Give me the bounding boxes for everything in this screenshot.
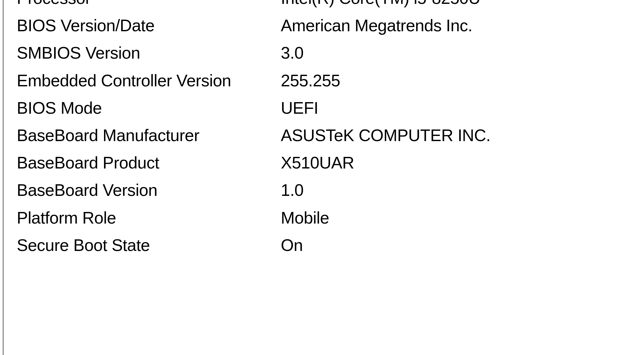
- row-label-smbios-version: SMBIOS Version: [17, 43, 281, 62]
- system-info-panel: Processor Intel(R) Core(TM) i5-8250U BIO…: [0, 0, 644, 355]
- row-label-baseboard-manufacturer: BaseBoard Manufacturer: [17, 126, 281, 145]
- table-row: BaseBoard Version 1.0: [17, 180, 644, 208]
- panel-left-border: [3, 0, 4, 355]
- row-value-embedded-controller-version: 255.255: [281, 71, 340, 90]
- row-label-bios-version-date: BIOS Version/Date: [17, 16, 281, 35]
- row-value-bios-version-date: American Megatrends Inc.: [281, 16, 472, 35]
- row-value-baseboard-version: 1.0: [281, 180, 304, 200]
- table-row: BIOS Version/Date American Megatrends In…: [17, 16, 644, 43]
- table-row: BaseBoard Product X510UAR: [17, 153, 644, 180]
- row-label-baseboard-version: BaseBoard Version: [17, 180, 281, 200]
- table-row: Embedded Controller Version 255.255: [17, 71, 644, 98]
- row-label-platform-role: Platform Role: [17, 208, 281, 227]
- row-value-secure-boot-state: On: [281, 235, 303, 255]
- table-row: Processor Intel(R) Core(TM) i5-8250U: [17, 0, 644, 16]
- row-value-bios-mode: UEFI: [281, 98, 318, 118]
- row-label-secure-boot-state: Secure Boot State: [17, 235, 281, 255]
- row-label-bios-mode: BIOS Mode: [17, 98, 281, 118]
- row-label-embedded-controller-version: Embedded Controller Version: [17, 71, 281, 90]
- system-info-table: Processor Intel(R) Core(TM) i5-8250U BIO…: [4, 0, 644, 263]
- table-row: Secure Boot State On: [17, 235, 644, 263]
- row-value-platform-role: Mobile: [281, 208, 329, 227]
- row-value-smbios-version: 3.0: [281, 43, 304, 62]
- row-label-baseboard-product: BaseBoard Product: [17, 153, 281, 172]
- table-row: Platform Role Mobile: [17, 208, 644, 235]
- table-row: BIOS Mode UEFI: [17, 98, 644, 126]
- table-row: BaseBoard Manufacturer ASUSTeK COMPUTER …: [17, 126, 644, 153]
- row-value-processor: Intel(R) Core(TM) i5-8250U: [281, 0, 480, 8]
- row-value-baseboard-manufacturer: ASUSTeK COMPUTER INC.: [281, 126, 490, 145]
- row-label-processor: Processor: [17, 0, 281, 8]
- row-value-baseboard-product: X510UAR: [281, 153, 354, 172]
- table-row: SMBIOS Version 3.0: [17, 43, 644, 71]
